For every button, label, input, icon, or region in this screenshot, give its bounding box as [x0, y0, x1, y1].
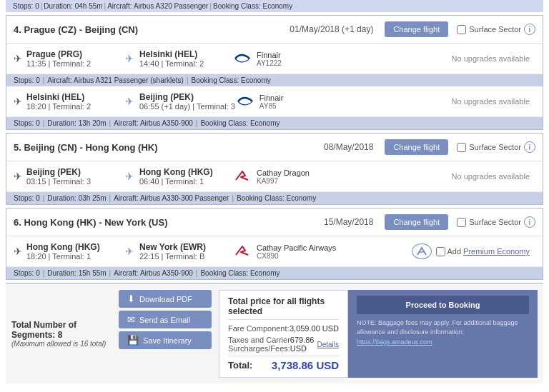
flight-5-1-details: Stops: 0 | Duration: 03h 25m | Aircraft:…: [6, 192, 543, 204]
details-link[interactable]: Details: [317, 341, 339, 348]
flight-4-1-airline-name: Finnair: [257, 51, 282, 59]
flight-5-1-airline-code: KA997: [257, 177, 310, 185]
top-booking-class: Booking Class: Economy: [213, 2, 292, 10]
flight-5-1-airline-name: Cathay Dragon: [257, 169, 310, 177]
flight-4-1-details: Stops: 0 | Aircraft: Airbus A321 Passeng…: [6, 74, 543, 86]
download-pdf-label: Download PDF: [139, 295, 192, 303]
segment-6-surface-sector-checkbox[interactable]: [457, 218, 466, 227]
info-icon-4[interactable]: i: [524, 24, 535, 35]
segment-4-title: 4. Prague (CZ) - Beijing (CN): [14, 24, 278, 35]
flight-4-2-details: Stops: 0 | Duration: 13h 20m | Aircraft:…: [6, 117, 543, 129]
info-icon-6[interactable]: i: [524, 216, 535, 228]
premium-economy-link[interactable]: Premium Economy: [463, 247, 530, 256]
segment-4-surface-sector-checkbox[interactable]: [457, 25, 466, 34]
flight-4-1-arr-time: 14:40 | Terminal: 2: [139, 59, 232, 68]
segment-6: 6. Hong Kong (HK) - New York (US) 15/May…: [6, 208, 543, 280]
flight-5-1-upgrades: No upgrades available: [442, 172, 535, 181]
flight-4-1-dep-city: Prague (PRG): [26, 49, 119, 59]
segment-5-date: 08/May/2018: [324, 142, 373, 152]
flight-6-1-upgrade-area: Add Premium Economy: [412, 243, 536, 259]
flight-6-1-details: Stops: 0 | Duration: 15h 55m | Aircraft:…: [6, 267, 543, 279]
total-price-value: 3,738.86 USD: [272, 359, 339, 371]
flight-4-2-dep-time: 18:20 | Terminal: 2: [26, 102, 119, 111]
finnair-logo-2: [235, 94, 255, 109]
arrow-icon-5-1: ✈: [125, 171, 134, 182]
flight-5-1-arr-city: Hong Kong (HKG): [139, 167, 232, 177]
segment-5-change-flight-btn[interactable]: Change flight: [385, 139, 448, 155]
fare-component-row: Fare Component: 3,059.00 USD: [228, 324, 339, 333]
download-pdf-btn[interactable]: ⬇ Download PDF: [119, 290, 212, 308]
send-email-btn[interactable]: ✉ Send as Email: [119, 311, 212, 328]
flight-5-1-airline: Cathay Dragon KA997: [232, 169, 442, 185]
flight-6-1: ✈ Hong Kong (HKG) 18:20 | Terminal: 1 ✈ …: [6, 236, 543, 267]
price-section-header: Total price for all flights selected: [228, 296, 339, 320]
plane-depart-icon-2: ✈: [14, 96, 22, 107]
proceed-note: NOTE: Baggage fees may apply. For additi…: [357, 318, 529, 336]
segment-5-title: 5. Beijing (CN) - Hong Kong (HK): [14, 142, 312, 153]
flight-4-2-dep-city: Helsinki (HEL): [26, 92, 119, 102]
flight-5-1-dep-time: 03:15 | Terminal: 3: [26, 177, 119, 186]
arrow-icon-4-1: ✈: [125, 53, 134, 64]
segment-4-surface-sector[interactable]: Surface Sector: [457, 25, 521, 34]
add-premium-economy-checkbox[interactable]: [436, 247, 445, 256]
segment-6-date: 15/May/2018: [324, 217, 373, 227]
segment-5-header: 5. Beijing (CN) - Hong Kong (HK) 08/May/…: [6, 134, 543, 161]
segment-6-header: 6. Hong Kong (HK) - New York (US) 15/May…: [6, 208, 543, 236]
segment-5: 5. Beijing (CN) - Hong Kong (HK) 08/May/…: [6, 133, 543, 205]
flight-4-2-upgrades: No upgrades available: [442, 97, 535, 106]
flight-6-1-airline-code: CX890: [257, 252, 336, 260]
max-segments-label: (Maximum allowed is 16 total): [11, 340, 112, 348]
segment-5-surface-sector[interactable]: Surface Sector: [457, 143, 521, 152]
arrow-icon-6-1: ✈: [125, 246, 134, 257]
segment-4-change-flight-btn[interactable]: Change flight: [385, 21, 448, 37]
bags-link[interactable]: https://bags.amadeus.com: [357, 338, 529, 346]
footer-actions: ⬇ Download PDF ✉ Send as Email 💾 Save It…: [119, 290, 212, 378]
flight-4-2-arr: Beijing (PEK) 06:55 (+1 day) | Terminal:…: [139, 92, 235, 111]
top-aircraft: Aircraft: Airbus A320 Passenger: [107, 2, 208, 10]
segment-4-date: 01/May/2018 (+1 day): [290, 24, 373, 34]
info-icon-5[interactable]: i: [524, 141, 535, 153]
email-icon: ✉: [127, 314, 135, 325]
fare-component-label: Fare Component:: [228, 324, 290, 333]
save-icon: 💾: [127, 335, 139, 346]
flight-4-2-arr-time: 06:55 (+1 day) | Terminal: 3: [139, 102, 235, 111]
flight-6-1-arr-time: 22:15 | Terminal: B: [139, 252, 232, 261]
proceed-to-booking-btn[interactable]: Proceed to Booking: [357, 296, 529, 314]
flight-6-1-dep: Hong Kong (HKG) 18:20 | Terminal: 1: [26, 242, 119, 261]
finnair-logo-1: [232, 51, 252, 66]
flight-5-1-arr-time: 06:40 | Terminal: 1: [139, 177, 232, 186]
flight-6-1-airline-name: Cathay Pacific Airways: [257, 243, 336, 252]
flight-6-1-dep-city: Hong Kong (HKG): [26, 242, 119, 252]
flight-4-1-airline-code: AY1222: [257, 59, 282, 67]
taxes-value: 679.86 USD: [290, 336, 315, 353]
plane-depart-icon-5: ✈: [14, 171, 22, 182]
flight-4-2-airline: Finnair AY85: [235, 94, 442, 110]
segment-6-change-flight-btn[interactable]: Change flight: [385, 214, 448, 230]
top-stops: Stops: 0: [13, 2, 39, 10]
fare-component-value: 3,059.00 USD: [290, 324, 339, 333]
flight-4-2-arr-city: Beijing (PEK): [139, 92, 235, 102]
plane-depart-icon: ✈: [14, 53, 22, 64]
footer-segments-info: Total Number of Segments: 8 (Maximum all…: [11, 290, 112, 378]
segment-6-surface-sector[interactable]: Surface Sector: [457, 218, 521, 227]
segment-6-title: 6. Hong Kong (HK) - New York (US): [14, 217, 312, 228]
cathay-dragon-logo: [232, 169, 252, 184]
add-premium-economy-label[interactable]: Add Premium Economy: [436, 247, 530, 256]
segment-4: 4. Prague (CZ) - Beijing (CN) 01/May/201…: [6, 15, 543, 130]
total-segments-label: Total Number of Segments: 8: [11, 320, 112, 340]
flight-4-2-airline-name: Finnair: [259, 94, 284, 102]
save-itinerary-btn[interactable]: 💾 Save Itinerary: [119, 331, 212, 349]
flight-5-1: ✈ Beijing (PEK) 03:15 | Terminal: 3 ✈ Ho…: [6, 161, 543, 192]
total-label: Total:: [228, 360, 252, 371]
flight-6-1-airline: Cathay Pacific Airways CX890: [232, 243, 412, 260]
taxes-row: Taxes and Carrier Surcharges/Fees: 679.8…: [228, 336, 339, 353]
flight-4-1: ✈ Prague (PRG) 11:35 | Terminal: 2 ✈ Hel…: [6, 44, 543, 74]
flight-5-1-arr: Hong Kong (HKG) 06:40 | Terminal: 1: [139, 167, 232, 186]
flight-4-2-airline-code: AY85: [259, 102, 284, 110]
flight-4-1-arr-city: Helsinki (HEL): [139, 49, 232, 59]
flight-4-1-upgrades: No upgrades available: [442, 54, 535, 63]
top-details-bar: Stops: 0 | Duration: 04h 55m | Aircraft:…: [6, 0, 543, 12]
segment-5-surface-sector-checkbox[interactable]: [457, 143, 466, 152]
send-email-label: Send as Email: [139, 316, 190, 324]
flight-4-1-airline: Finnair AY1222: [232, 51, 442, 67]
